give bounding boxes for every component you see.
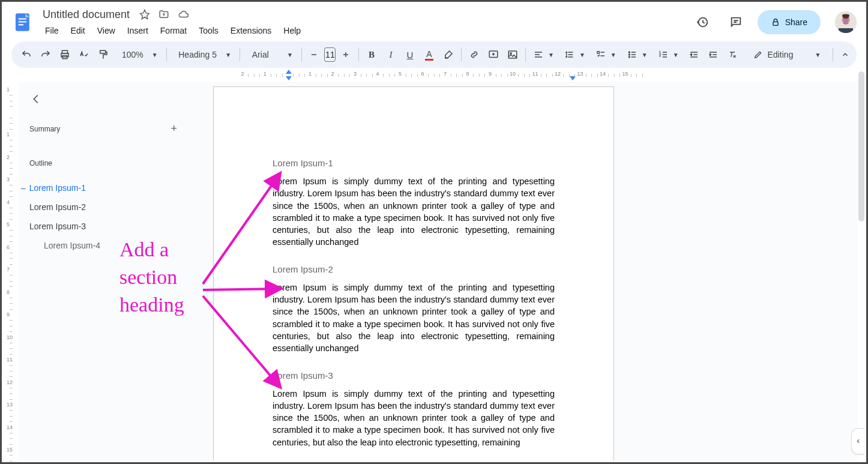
undo-button[interactable] (17, 46, 35, 64)
caret-down-icon: ▼ (225, 52, 231, 58)
svg-rect-12 (100, 50, 106, 53)
menu-edit[interactable]: Edit (66, 23, 90, 38)
paragraph-style-dropdown[interactable]: Heading 5▼ (170, 46, 236, 64)
caret-down-icon: ▼ (152, 52, 158, 58)
caret-down-icon: ▼ (579, 52, 585, 58)
outline-heading: Outline (29, 159, 201, 167)
caret-down-icon: ▼ (287, 52, 293, 58)
font-family-dropdown[interactable]: Arial▼ (244, 46, 298, 64)
svg-rect-8 (839, 28, 853, 33)
svg-point-19 (628, 56, 630, 58)
annotation-text: Add asectionheading (119, 236, 184, 319)
menu-view[interactable]: View (92, 23, 120, 38)
scrollbar-thumb[interactable] (858, 71, 864, 221)
document-paragraph[interactable]: Lorem Ipsum is simply dummy text of the … (273, 175, 555, 249)
cloud-status-icon[interactable] (178, 9, 190, 20)
document-page[interactable]: Lorem Ipsum-1Lorem Ipsum is simply dummy… (213, 86, 614, 460)
menu-insert[interactable]: Insert (122, 23, 153, 38)
outline-item[interactable]: Lorem Ipsum-3 (29, 217, 201, 236)
svg-text:2: 2 (659, 54, 661, 57)
svg-rect-16 (597, 52, 599, 53)
decrease-font-size-button[interactable] (305, 46, 323, 64)
increase-indent-button[interactable] (704, 46, 722, 64)
svg-rect-1 (19, 18, 26, 19)
caret-down-icon: ▼ (610, 52, 616, 58)
bold-button[interactable]: B (363, 46, 381, 64)
caret-down-icon: ▼ (815, 52, 821, 58)
menu-file[interactable]: File (40, 23, 64, 38)
account-avatar[interactable] (835, 11, 857, 33)
checklist-dropdown[interactable]: ▼ (591, 46, 621, 64)
italic-button[interactable]: I (382, 46, 400, 64)
insert-image-button[interactable] (504, 46, 522, 64)
star-icon[interactable] (139, 9, 150, 20)
editing-mode-dropdown[interactable]: Editing ▼ (743, 46, 830, 64)
decrease-indent-button[interactable] (685, 46, 703, 64)
outline-back-button[interactable] (29, 92, 43, 106)
paint-format-button[interactable] (94, 46, 112, 64)
menu-help[interactable]: Help (279, 23, 306, 38)
spellcheck-button[interactable] (75, 46, 93, 64)
pencil-icon (753, 50, 763, 59)
line-spacing-dropdown[interactable]: ▼ (560, 46, 590, 64)
docs-logo-icon[interactable] (11, 10, 35, 34)
svg-rect-2 (19, 21, 26, 22)
share-label: Share (785, 17, 807, 27)
vertical-ruler[interactable]: 112345678910111213141516 (4, 86, 16, 462)
caret-down-icon: ▼ (548, 52, 554, 58)
summary-label: Summary (29, 125, 60, 133)
menu-bar: File Edit View Insert Format Tools Exten… (40, 23, 690, 38)
menu-format[interactable]: Format (155, 23, 191, 38)
caret-down-icon: ▼ (673, 52, 679, 58)
svg-point-15 (510, 53, 511, 54)
redo-button[interactable] (37, 46, 55, 64)
add-summary-button[interactable]: + (170, 122, 177, 135)
document-heading[interactable]: Lorem Ipsum-1 (273, 158, 555, 168)
document-heading[interactable]: Lorem Ipsum-2 (273, 264, 555, 274)
numbered-list-dropdown[interactable]: 12▼ (654, 46, 684, 64)
align-dropdown[interactable]: ▼ (529, 46, 559, 64)
horizontal-ruler[interactable]: 21123456789101112131415 (230, 71, 855, 80)
outline-item[interactable]: Lorem Ipsum-1 (29, 178, 201, 197)
svg-point-18 (628, 54, 630, 55)
print-button[interactable] (56, 46, 74, 64)
highlight-color-button[interactable] (439, 46, 457, 64)
text-color-button[interactable]: A (420, 46, 438, 64)
menu-tools[interactable]: Tools (194, 23, 223, 38)
vertical-scrollbar[interactable] (858, 71, 864, 460)
document-paragraph[interactable]: Lorem Ipsum is simply dummy text of the … (273, 282, 555, 355)
toolbar: 100%▼ Heading 5▼ Arial▼ 11 B I U A ▼ ▼ ▼… (11, 41, 857, 68)
move-icon[interactable] (158, 9, 169, 20)
lock-icon (771, 17, 780, 27)
history-icon[interactable] (690, 10, 714, 34)
document-title[interactable]: Untitled document (40, 7, 132, 22)
increase-font-size-button[interactable] (337, 46, 355, 64)
svg-point-17 (628, 52, 630, 53)
zoom-dropdown[interactable]: 100%▼ (113, 46, 163, 64)
document-heading[interactable]: Lorem Ipsum-3 (273, 370, 555, 381)
svg-rect-3 (19, 24, 23, 25)
header-bar: Untitled document File Edit View Insert … (2, 2, 866, 38)
menu-extensions[interactable]: Extensions (226, 23, 276, 38)
font-size-input[interactable]: 11 (324, 47, 336, 62)
comments-icon[interactable] (724, 10, 748, 34)
collapse-toolbar-button[interactable] (840, 45, 851, 64)
caret-down-icon: ▼ (642, 52, 648, 58)
add-comment-button[interactable] (484, 46, 502, 64)
svg-rect-5 (773, 22, 778, 25)
document-paragraph[interactable]: Lorem Ipsum is simply dummy text of the … (273, 388, 555, 448)
clear-formatting-button[interactable] (723, 46, 741, 64)
share-button[interactable]: Share (758, 10, 821, 34)
insert-link-button[interactable] (465, 46, 483, 64)
outline-item[interactable]: Lorem Ipsum-2 (29, 197, 201, 217)
bulleted-list-dropdown[interactable]: ▼ (622, 46, 653, 64)
underline-button[interactable]: U (401, 46, 419, 64)
